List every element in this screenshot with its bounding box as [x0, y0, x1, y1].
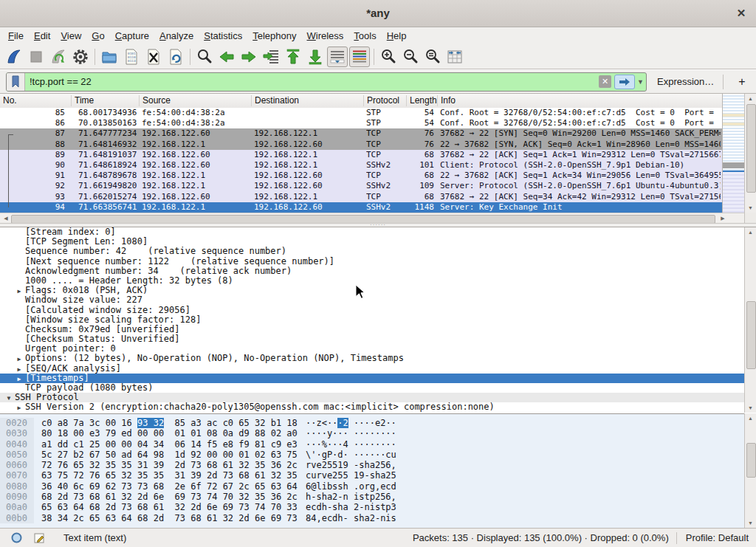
packet-list-vscrollbar[interactable]: ▲ ▼	[744, 94, 756, 213]
menu-wireless[interactable]: Wireless	[302, 29, 349, 43]
column-header-source[interactable]: Source	[139, 95, 255, 106]
hex-row[interactable]: 00505c 27 b2 67 50 ad 64 98 1d 92 00 00 …	[0, 450, 744, 460]
column-header-destination[interactable]: Destination	[251, 95, 367, 106]
zoom-original-button[interactable]	[422, 47, 443, 67]
scroll-thumb[interactable]	[746, 104, 756, 193]
menu-tools[interactable]: Tools	[348, 29, 381, 43]
column-header-protocol[interactable]: Protocol	[363, 95, 410, 106]
menu-edit[interactable]: Edit	[29, 29, 55, 43]
go-last-button[interactable]	[305, 47, 326, 67]
scroll-down-icon[interactable]: ▼	[745, 203, 756, 213]
start-capture-button[interactable]	[4, 47, 24, 67]
expert-info-button[interactable]	[10, 531, 23, 544]
capture-comment-button[interactable]	[33, 531, 46, 544]
packet-row-92[interactable]: 9271.661949820192.168.122.1192.168.122.6…	[0, 181, 722, 191]
hex-row[interactable]: 0020c0 a8 7a 3c 00 16 93 32 85 a3 ac c0 …	[0, 418, 744, 428]
colorize-button[interactable]	[349, 47, 370, 67]
scroll-left-icon[interactable]: ◀	[1, 214, 11, 223]
close-file-button[interactable]	[143, 47, 164, 67]
add-filter-button[interactable]: +	[734, 75, 750, 89]
filter-history-dropdown[interactable]: ▼	[635, 78, 646, 86]
save-file-button[interactable]: 010101100113	[121, 47, 142, 67]
menu-file[interactable]: File	[3, 29, 29, 43]
menu-analyze[interactable]: Analyze	[154, 29, 199, 43]
packet-row-88[interactable]: 8871.648146932192.168.122.1192.168.122.6…	[0, 140, 722, 150]
packet-row-87[interactable]: 8771.647777234192.168.122.60192.168.122.…	[0, 128, 722, 139]
open-file-button[interactable]	[99, 47, 120, 67]
restart-capture-button[interactable]	[48, 47, 69, 67]
hex-dump-pane: 0020c0 a8 7a 3c 00 16 93 32 85 a3 ac c0 …	[0, 413, 744, 528]
packet-row-86[interactable]: 8670.013850163fe:54:00:d4:38:2aSTP54Conf…	[0, 118, 722, 128]
go-to-packet-button[interactable]	[261, 47, 281, 67]
column-header-no[interactable]: No.	[0, 95, 74, 106]
filter-bookmark-button[interactable]	[7, 73, 25, 91]
svg-text:0113: 0113	[128, 59, 136, 63]
auto-scroll-button[interactable]	[327, 47, 348, 67]
go-back-button[interactable]	[216, 47, 237, 67]
expander-icon[interactable]: ▶	[13, 403, 25, 413]
hex-row[interactable]: 007063 75 72 76 65 32 35 35 31 39 2d 73 …	[0, 470, 744, 481]
scroll-up-icon[interactable]: ▲	[745, 227, 756, 237]
scroll-thumb[interactable]	[746, 301, 756, 369]
resize-columns-button[interactable]	[444, 47, 465, 67]
packet-minimap[interactable]	[722, 94, 744, 213]
apply-arrow-icon	[618, 78, 631, 86]
jump-to-icon	[262, 48, 280, 66]
colorize-icon	[351, 49, 368, 65]
hex-row[interactable]: 00b038 34 2c 65 63 64 68 2d 73 68 61 32 …	[0, 513, 744, 523]
go-forward-button[interactable]	[238, 47, 259, 67]
go-first-button[interactable]	[283, 47, 303, 67]
filter-clear-button[interactable]: ✕	[599, 75, 611, 88]
packet-row-85[interactable]: 8568.001734936fe:54:00:d4:38:2aSTP54Conf…	[0, 108, 722, 118]
hex-row[interactable]: 0040a1 dd c1 25 00 00 04 34 06 14 f5 e8 …	[0, 439, 744, 450]
resize-columns-icon	[446, 48, 464, 66]
status-bar: Text item (text) Packets: 135 · Displaye…	[0, 528, 756, 547]
scroll-down-icon[interactable]: ▼	[745, 403, 756, 413]
packet-row-94-selected[interactable]: 9471.663856741192.168.122.1192.168.122.6…	[0, 202, 722, 213]
detail-line-tcp-payload[interactable]: TCP payload (1080 bytes)	[0, 383, 744, 393]
detail-line-seq-ack[interactable]: ▶[SEQ/ACK analysis]	[0, 364, 744, 374]
column-header-time[interactable]: Time	[71, 95, 142, 106]
packet-row-89[interactable]: 8971.648191037192.168.122.60192.168.122.…	[0, 150, 722, 160]
folder-icon	[100, 48, 118, 66]
column-header-info[interactable]: Info	[437, 95, 721, 106]
display-filter-input[interactable]: !tcp.port == 22	[25, 76, 599, 87]
detail-line-ssh-version[interactable]: ▶SSH Version 2 (encryption:chacha20-poly…	[0, 402, 744, 412]
zoom-out-button[interactable]	[400, 47, 421, 67]
details-vscrollbar[interactable]: ▲ ▼	[744, 227, 756, 413]
hex-vscrollbar[interactable]: ▲ ▼	[744, 413, 756, 528]
status-field-name: Text item (text)	[63, 532, 126, 543]
menu-capture[interactable]: Capture	[110, 29, 154, 43]
scroll-down-icon[interactable]: ▼	[745, 518, 756, 528]
stop-capture-button[interactable]	[26, 47, 47, 67]
filter-apply-button[interactable]	[614, 75, 635, 89]
reload-file-button[interactable]	[165, 47, 186, 67]
packet-row-93[interactable]: 9371.662015274192.168.122.60192.168.122.…	[0, 192, 722, 202]
minimap-stp-band	[723, 114, 744, 117]
menu-statistics[interactable]: Statistics	[199, 29, 247, 43]
hex-row[interactable]: 008036 40 6c 69 62 73 73 68 2e 6f 72 67 …	[0, 481, 744, 492]
hex-row[interactable]: 003080 18 00 e3 79 ed 00 00 01 01 08 0a …	[0, 428, 744, 438]
hex-row[interactable]: 009068 2d 73 68 61 32 2d 6e 69 73 74 70 …	[0, 492, 744, 502]
scroll-thumb[interactable]	[746, 443, 756, 478]
packet-row-90[interactable]: 9071.648618924192.168.122.60192.168.122.…	[0, 160, 722, 171]
hex-row[interactable]: 006072 76 65 32 35 35 31 39 2d 73 68 61 …	[0, 460, 744, 470]
expression-button[interactable]: Expression…	[657, 76, 714, 87]
scroll-up-icon[interactable]: ▲	[745, 413, 756, 423]
zoom-in-button[interactable]	[378, 47, 399, 67]
hex-row[interactable]: 00a065 63 64 68 2d 73 68 61 32 2d 6e 69 …	[0, 502, 744, 512]
scroll-up-icon[interactable]: ▲	[745, 94, 756, 103]
search-icon	[196, 48, 213, 66]
scroll-right-icon[interactable]: ▶	[718, 214, 728, 223]
column-header-length[interactable]: Length	[406, 95, 441, 106]
menu-go[interactable]: Go	[86, 29, 109, 43]
capture-options-button[interactable]	[70, 47, 91, 67]
packet-row-91[interactable]: 9171.648789678192.168.122.1192.168.122.6…	[0, 171, 722, 181]
menu-view[interactable]: View	[55, 29, 86, 43]
window-close-button[interactable]: ✕	[734, 6, 749, 21]
menu-telephony[interactable]: Telephony	[247, 29, 301, 43]
display-filter-field[interactable]: !tcp.port == 22 ✕ ▼	[6, 72, 647, 92]
find-packet-button[interactable]	[194, 47, 215, 67]
status-profile[interactable]: Profile: Default	[677, 532, 756, 543]
menu-help[interactable]: Help	[382, 29, 412, 43]
